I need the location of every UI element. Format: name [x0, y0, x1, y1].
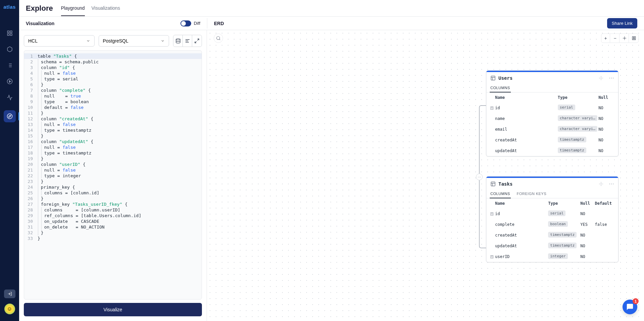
top-tab-visualizations[interactable]: Visualizations — [92, 1, 120, 16]
diff-toggle[interactable] — [180, 20, 191, 26]
chevron-down-icon — [161, 39, 165, 43]
code-line: 21 null = false — [24, 167, 202, 173]
key-icon: ⚿ — [490, 212, 494, 216]
table-row: createdAttimestamptzNO — [486, 135, 618, 145]
table-tab[interactable]: COLUMNS — [490, 84, 511, 92]
lock-button[interactable] — [630, 34, 638, 43]
top-header: Explore PlaygroundVisualizations — [19, 0, 644, 17]
diff-label: Diff — [194, 21, 200, 26]
code-editor[interactable]: 1table "Tasks" {2 schema = schema.public… — [24, 50, 202, 300]
code-line: 8 null = true — [24, 93, 202, 99]
code-line: 5 type = serial — [24, 76, 202, 82]
table-tab[interactable]: COLUMNS — [490, 190, 511, 198]
code-line: 3 column "id" { — [24, 65, 202, 70]
login-button[interactable] — [4, 290, 15, 298]
drag-icon[interactable] — [599, 182, 604, 186]
language-dropdown[interactable]: HCL — [24, 35, 95, 47]
erd-table-users[interactable]: Users⋯COLUMNSNameTypeNull⚿idserialNOname… — [486, 70, 619, 156]
sidebar-icon-explore[interactable] — [4, 110, 16, 122]
code-line: 29 ref_columns = [table.Users.column.id] — [24, 213, 202, 218]
svg-rect-19 — [491, 76, 495, 80]
chevron-down-icon — [86, 39, 90, 43]
code-line: 23 } — [24, 179, 202, 184]
sidebar-icon-cube[interactable] — [6, 46, 13, 53]
key-icon: ⚿ — [490, 255, 494, 259]
svg-point-14 — [217, 37, 220, 40]
svg-rect-18 — [633, 38, 635, 39]
sidebar-icon-play[interactable] — [6, 78, 13, 85]
page-title: Explore — [26, 4, 53, 13]
visualize-button[interactable]: Visualize — [24, 303, 202, 316]
svg-line-13 — [195, 41, 197, 43]
code-line: 17 null = false — [24, 144, 202, 150]
table-icon — [490, 181, 496, 187]
erd-label: ERD — [214, 21, 224, 26]
sidebar-icon-dashboard[interactable] — [6, 30, 13, 37]
code-line: 1table "Tasks" { — [24, 53, 202, 59]
svg-rect-1 — [10, 31, 12, 33]
table-row: updatedAttimestamptzNO — [486, 145, 618, 156]
code-line: 30 on_update = CASCADE — [24, 218, 202, 224]
format-icon-button[interactable] — [183, 35, 192, 47]
chat-badge: 1 — [633, 298, 639, 304]
code-line: 13 null = false — [24, 122, 202, 127]
editor-panel: HCL PostgreSQL 1table "Tasks" {2 schema … — [19, 30, 207, 321]
more-icon[interactable]: ⋯ — [609, 181, 614, 187]
code-line: 32 } — [24, 230, 202, 236]
svg-rect-3 — [10, 34, 12, 36]
code-line: 9 type = boolean — [24, 99, 202, 105]
database-icon-button[interactable] — [173, 35, 183, 47]
svg-point-16 — [624, 38, 625, 39]
database-dropdown[interactable]: PostgreSQL — [99, 35, 169, 47]
key-icon: ⚿ — [490, 106, 494, 110]
visualization-label: Visualization — [26, 21, 54, 26]
table-name: Users — [498, 75, 596, 81]
code-line: 20 column "userID" { — [24, 162, 202, 167]
top-tab-playground[interactable]: Playground — [61, 1, 85, 16]
code-line: 24 primary_key { — [24, 184, 202, 190]
svg-line-15 — [219, 39, 220, 40]
code-line: 4 null = false — [24, 70, 202, 76]
code-line: 19 } — [24, 156, 202, 162]
table-name: Tasks — [498, 181, 596, 187]
more-icon[interactable]: ⋯ — [609, 75, 614, 81]
zoom-controls: + − — [601, 34, 639, 43]
table-row: emailcharacter varyi…NO — [486, 124, 618, 135]
sidebar-icon-list[interactable] — [6, 62, 13, 69]
code-line: 27 foreign_key "Tasks_userID_fkey" { — [24, 201, 202, 207]
share-link-button[interactable]: Share Link — [607, 18, 637, 28]
code-line: 6 } — [24, 82, 202, 87]
sidebar: atlas ☺ — [0, 0, 19, 321]
table-row: ⚿idserialNO — [486, 208, 618, 219]
search-button[interactable] — [214, 34, 223, 43]
language-dropdown-value: HCL — [28, 38, 38, 44]
table-row: ⚿idserialNO — [486, 103, 618, 113]
avatar[interactable]: ☺ — [4, 304, 15, 314]
drag-icon[interactable] — [599, 76, 604, 80]
sidebar-icon-activity[interactable] — [6, 94, 13, 101]
erd-table-tasks[interactable]: Tasks⋯COLUMNSFOREIGN KEYSNameTypeNullDef… — [486, 176, 619, 262]
code-line: 7 column "complete" { — [24, 87, 202, 93]
connection-handle[interactable]: ⋯ — [476, 174, 483, 180]
code-line: 26 } — [24, 196, 202, 201]
chat-button[interactable]: 1 — [623, 300, 637, 314]
zoom-out-button[interactable]: − — [611, 34, 620, 43]
table-row: namecharacter varyi…NO — [486, 113, 618, 124]
logo: atlas — [3, 4, 16, 10]
svg-point-8 — [176, 39, 180, 40]
svg-marker-7 — [8, 115, 10, 117]
table-row: updatedAttimestamptzNO — [486, 241, 618, 251]
code-line: 14 type = timestamptz — [24, 127, 202, 133]
code-line: 22 type = integer — [24, 173, 202, 179]
erd-canvas[interactable]: + − ⋯ Users⋯COLUMNSNameTypeNull⚿idserial… — [207, 30, 644, 321]
table-icon — [490, 75, 496, 81]
fit-button[interactable] — [620, 34, 629, 43]
expand-icon-button[interactable] — [192, 35, 202, 47]
svg-point-6 — [7, 114, 12, 119]
svg-rect-2 — [7, 34, 9, 36]
code-line: 18 type = timestamptz — [24, 150, 202, 156]
table-tab[interactable]: FOREIGN KEYS — [516, 190, 547, 198]
svg-marker-5 — [9, 80, 11, 82]
zoom-in-button[interactable]: + — [601, 34, 610, 43]
code-line: 25 columns = [column.id] — [24, 190, 202, 196]
